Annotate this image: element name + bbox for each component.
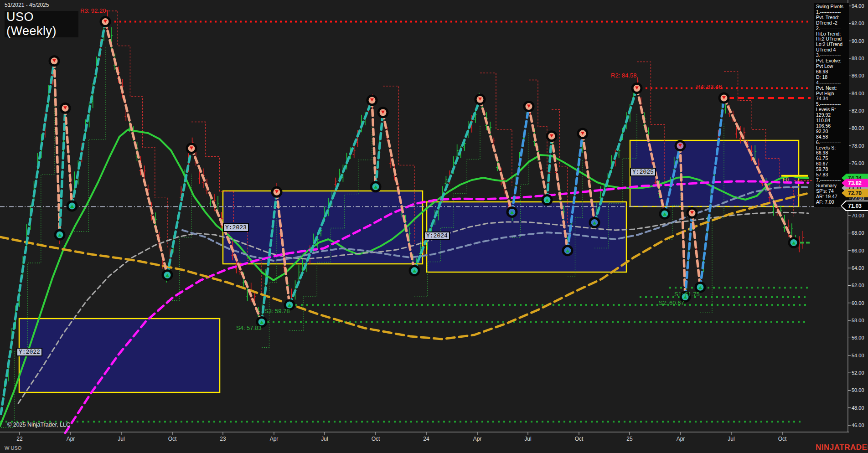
time-tick-label: 23 <box>220 436 226 442</box>
pivot-panel-line: Pvt. Next: <box>816 86 848 91</box>
level-label: S1: 61.75 <box>674 291 700 298</box>
time-tick-label: 24 <box>423 436 429 442</box>
chart-title-box: USO (Weekly) <box>5 11 78 37</box>
price-tick-label: 78.00 <box>852 143 864 149</box>
price-tick-label: 64.00 <box>852 265 864 271</box>
time-tick-label: 22 <box>16 436 22 442</box>
level-label: S2: 60.67 <box>659 299 684 306</box>
pivot-panel-line: DTrend -2 <box>816 21 848 26</box>
price-tick-label: 76.00 <box>852 160 864 166</box>
chart-title: USO (Weekly) <box>5 10 78 38</box>
time-tick-label: Jul <box>728 436 734 442</box>
time-tick-label: Jul <box>524 436 531 442</box>
price-tick-label: 56.00 <box>852 335 864 340</box>
pivot-panel-line: 2.------------- <box>816 26 848 31</box>
pivot-panel-line: 84.58 <box>816 134 848 140</box>
price-badge: 72.70 <box>842 189 868 197</box>
level-label: R2: 84.58 <box>611 72 636 79</box>
time-tick-label: Jul <box>321 436 328 442</box>
year-range-chip[interactable]: Y:2023 <box>223 223 249 232</box>
time-tick-label: Apr <box>67 436 75 442</box>
pivot-panel-line: 92.20 <box>816 129 848 134</box>
price-tick-label: 94.00 <box>852 3 864 9</box>
chart-canvas[interactable]: F0 <box>0 0 868 453</box>
time-tick-label: Oct <box>372 436 380 442</box>
price-tick-label: 62.00 <box>852 283 864 288</box>
price-tick-label: 68.00 <box>852 230 864 236</box>
ninjatrader-logo: NINJATRADER <box>816 443 868 452</box>
copyright-text: © 2025 NinjaTrader, LLC <box>7 422 70 428</box>
price-tick-label: 84.00 <box>852 91 864 96</box>
price-tick-label: 48.00 <box>852 405 864 411</box>
price-tick-label: 90.00 <box>852 38 864 44</box>
chart-window: F0 51/2021 - 45/2025 USO (Weekly) Swing … <box>0 0 868 453</box>
price-tick-label: 80.00 <box>852 125 864 131</box>
pivot-panel-line: D: 18 <box>816 75 848 80</box>
price-tick-label: 58.00 <box>852 318 864 323</box>
time-tick-label: Jul <box>118 436 124 442</box>
pivot-panel-line: 66.98 <box>816 69 848 75</box>
pivot-panel-line: 6.------------- <box>816 140 848 145</box>
time-tick-label: Oct <box>575 436 584 442</box>
time-tick-label: Apr <box>473 436 482 442</box>
year-range-chip[interactable]: Y:2025 <box>630 168 656 176</box>
time-tick-label: Oct <box>168 436 177 442</box>
price-tick-label: 70.00 <box>852 213 864 218</box>
price-tick-label: 60.00 <box>852 300 864 306</box>
price-tick-label: 50.00 <box>852 387 864 393</box>
year-range-chip[interactable]: Y:2022 <box>16 348 42 356</box>
price-tick-label: 52.00 <box>852 370 864 376</box>
price-tick-label: 66.00 <box>852 248 864 253</box>
time-tick-label: Apr <box>677 436 685 442</box>
svg-text:F0: F0 <box>783 177 789 182</box>
pivot-panel-line: AR: 19.47 <box>816 194 848 200</box>
price-tick-label: 88.00 <box>852 56 864 61</box>
price-tick-label: 54.00 <box>852 353 864 358</box>
instrument-label: W USO <box>5 445 21 451</box>
time-axis[interactable]: 22AprJulOct23AprJulOct24AprJulOct25AprJu… <box>0 432 868 446</box>
price-axis[interactable]: 94.0092.0090.0088.0086.0084.0082.0080.00… <box>848 0 868 433</box>
time-tick-label: 25 <box>626 436 632 442</box>
visible-range-label: 51/2021 - 45/2025 <box>5 2 49 8</box>
level-label: R3: 92.20 <box>80 7 106 14</box>
time-tick-label: Oct <box>778 436 787 442</box>
level-label: R4: 83.46 <box>696 83 722 90</box>
pivot-panel-line: Pvt. Trend: <box>816 15 848 21</box>
level-label: S4: 57.83 <box>236 324 262 331</box>
price-tick-label: 46.00 <box>852 422 864 428</box>
time-tick-label: Apr <box>270 436 279 442</box>
price-badge: 73.82 <box>842 179 868 187</box>
price-tick-label: 82.00 <box>852 108 864 113</box>
level-label: S3: 59.78 <box>264 308 290 314</box>
price-tick-label: 92.00 <box>852 21 864 26</box>
price-tick-label: 86.00 <box>852 73 864 78</box>
year-range-chip[interactable]: Y:2024 <box>424 232 450 240</box>
pivot-panel-line: 4.------------- <box>816 80 848 86</box>
price-badge: 71.03 <box>842 201 868 210</box>
